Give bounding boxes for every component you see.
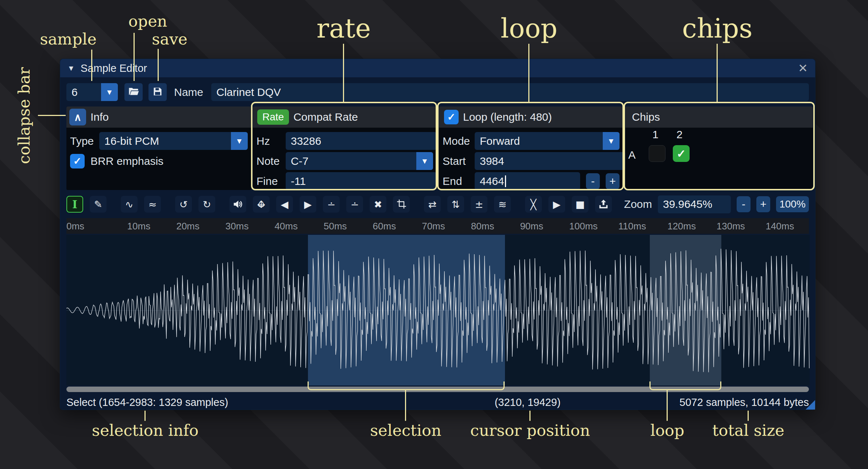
reverse-button[interactable]: ⇄	[424, 196, 441, 213]
chip-column-2-label: 2	[676, 128, 683, 141]
amplify-button[interactable]	[229, 196, 246, 213]
trim-button[interactable]	[393, 196, 410, 213]
sample-number-value: 6	[66, 83, 101, 101]
sample-number-select[interactable]: 6 ▼	[66, 83, 118, 101]
select-mode-button[interactable]: I	[66, 196, 83, 213]
collapse-info-button[interactable]: ∧	[69, 109, 86, 125]
ruler-label: 50ms	[324, 221, 347, 232]
zoom-input[interactable]	[658, 195, 731, 213]
ruler-label: 10ms	[127, 221, 151, 232]
chevron-up-icon: ∧	[74, 111, 82, 123]
rate-badge[interactable]: Rate	[257, 109, 289, 125]
annotation-selection-info-label: selection info	[92, 421, 198, 439]
loop-enable-checkbox[interactable]: ✓	[444, 110, 459, 124]
normalize-button[interactable]: ↔↕	[253, 196, 270, 213]
fine-label: Fine	[256, 175, 286, 187]
sample-name-input[interactable]	[211, 83, 809, 101]
fade-out-button[interactable]: ▶	[300, 196, 316, 213]
ruler-label: 90ms	[520, 221, 543, 232]
rate-section-title: Compat Rate	[293, 111, 358, 123]
annotation-chips-line	[717, 44, 718, 102]
apply-silence-button[interactable]: ∸	[346, 196, 363, 213]
folder-open-icon	[128, 86, 139, 98]
ruler[interactable]: 0ms10ms20ms30ms40ms50ms60ms70ms80ms90ms1…	[66, 218, 809, 234]
redo-button[interactable]: ↻	[198, 196, 215, 213]
brr-emphasis-checkbox[interactable]: ✓	[70, 154, 85, 168]
annotation-loop-bottom-line	[667, 390, 668, 421]
ruler-label: 120ms	[667, 221, 696, 232]
sample-type-select[interactable]: 16-bit PCM ▼	[99, 132, 248, 150]
hz-label: Hz	[256, 135, 286, 147]
loop-end-minus-button[interactable]: -	[586, 173, 600, 189]
horizontal-scrollbar[interactable]	[66, 387, 809, 392]
chip-a2-checkbox[interactable]: ✓	[673, 145, 690, 162]
annotation-open-label: open	[128, 12, 167, 30]
check-icon: ✓	[447, 111, 456, 123]
type-label: Type	[70, 135, 99, 147]
waveform-area[interactable]	[66, 235, 810, 385]
resize-button[interactable]: ∿	[121, 196, 138, 213]
status-cursor-position: (3210, 19429)	[495, 396, 561, 408]
ruler-label: 100ms	[569, 221, 598, 232]
titlebar[interactable]: ▼ Sample Editor ✕	[60, 59, 815, 77]
open-button[interactable]	[124, 83, 143, 101]
check-icon: ✓	[676, 147, 686, 160]
zoom-out-button[interactable]: -	[737, 196, 751, 212]
annotation-chips-label: chips	[682, 13, 753, 44]
import-button[interactable]	[595, 196, 612, 213]
loop-end-label: End	[443, 175, 475, 187]
insert-silence-button[interactable]: ∸	[323, 196, 340, 213]
sign-flip-button[interactable]: ±	[471, 196, 487, 213]
resample-button[interactable]: ≈	[144, 196, 161, 213]
info-section-title: Info	[90, 111, 109, 123]
ruler-label: 20ms	[176, 221, 200, 232]
annotation-save-line	[158, 49, 159, 81]
loop-section-title: Loop (length: 480)	[463, 111, 552, 123]
loop-end-plus-button[interactable]: +	[606, 173, 620, 189]
window-collapse-icon[interactable]: ▼	[67, 64, 75, 73]
chevron-down-icon[interactable]: ▼	[101, 83, 118, 101]
rate-header: Rate Compat Rate	[253, 106, 437, 128]
chevron-down-icon[interactable]: ▼	[416, 152, 433, 170]
chip-a1-checkbox[interactable]	[649, 145, 666, 162]
info-section: ∧ Info Type 16-bit PCM ▼ ✓ BRR emphasis	[66, 106, 251, 190]
fine-input[interactable]	[286, 172, 437, 190]
loop-mode-select[interactable]: Forward ▼	[475, 132, 620, 150]
annotation-selection-info-line	[144, 411, 146, 421]
resize-grip[interactable]	[806, 400, 815, 410]
stop-preview-button[interactable]: ■	[572, 196, 589, 213]
status-bar: Select (1654-2983: 1329 samples) (3210, …	[66, 393, 809, 410]
loop-section: ✓ Loop (length: 480) Mode Forward ▼ Star…	[439, 106, 623, 190]
loop-end-input[interactable]: 4464	[475, 172, 580, 190]
filter-button[interactable]: ≋	[494, 196, 511, 213]
annotation-cursor-line	[529, 411, 531, 421]
chevron-down-icon[interactable]: ▼	[231, 132, 248, 150]
crossfade-button[interactable]: ╳	[525, 196, 542, 213]
save-button[interactable]	[148, 83, 167, 101]
annotation-total-size-label: total size	[712, 421, 784, 439]
hz-input[interactable]	[286, 132, 437, 150]
toolbar: I✎∿≈↺↻↔↕◀▶∸∸✖⇄⇅±≋╳▶■ Zoom - + 100%	[66, 195, 809, 214]
annotation-loop-bottom-label: loop	[650, 421, 684, 439]
preview-button[interactable]: ▶	[548, 196, 565, 213]
annotation-save-label: save	[152, 30, 187, 48]
ruler-label: 60ms	[373, 221, 396, 232]
delete-button[interactable]: ✖	[370, 196, 386, 213]
chevron-down-icon[interactable]: ▼	[603, 132, 620, 150]
close-icon[interactable]: ✕	[798, 61, 808, 75]
check-icon: ✓	[73, 155, 82, 167]
fade-in-button[interactable]: ◀	[276, 196, 293, 213]
zoom-in-button[interactable]: +	[756, 196, 770, 212]
undo-button[interactable]: ↺	[175, 196, 192, 213]
ruler-label: 40ms	[274, 221, 298, 232]
status-selection-info: Select (1654-2983: 1329 samples)	[66, 396, 228, 408]
loop-start-input[interactable]	[475, 152, 626, 170]
note-select[interactable]: C-7 ▼	[286, 152, 433, 170]
annotation-open-line	[134, 33, 135, 81]
annotation-rate-label: rate	[317, 13, 371, 44]
invert-button[interactable]: ⇅	[447, 196, 464, 213]
ruler-label: 30ms	[225, 221, 249, 232]
zoom-reset-button[interactable]: 100%	[776, 196, 809, 212]
loop-end-value: 4464	[480, 175, 504, 187]
draw-mode-button[interactable]: ✎	[90, 196, 107, 213]
